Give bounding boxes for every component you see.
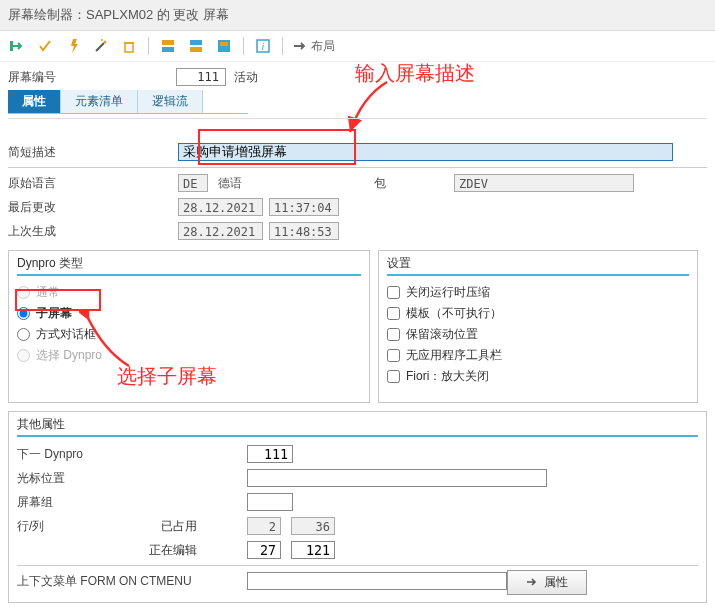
attributes-panel: 简短描述 原始语言 DE 德语 包 ZDEV 最后更改 28.12.2021 1… xyxy=(8,118,707,242)
separator xyxy=(282,37,283,55)
radio-dialog[interactable]: 方式对话框 xyxy=(17,324,361,345)
short-desc-label: 简短描述 xyxy=(8,144,178,161)
cursor-input[interactable] xyxy=(247,469,547,487)
svg-rect-6 xyxy=(162,47,174,52)
svg-rect-8 xyxy=(190,40,202,45)
screen-status: 活动 xyxy=(234,69,258,86)
tab-attributes[interactable]: 属性 xyxy=(8,90,61,113)
last-change-label: 最后更改 xyxy=(8,199,178,216)
group-row: Dynpro 类型 通常 子屏幕 方式对话框 选择 Dynpro 选择子屏幕 设… xyxy=(8,250,707,403)
tab-elements[interactable]: 元素清单 xyxy=(61,90,138,113)
activate-icon[interactable] xyxy=(64,37,82,55)
last-change-time: 11:37:04 xyxy=(269,198,339,216)
dynpro-type-title: Dynpro 类型 xyxy=(17,255,361,276)
last-gen-label: 上次生成 xyxy=(8,223,178,240)
last-gen-time: 11:48:53 xyxy=(269,222,339,240)
check-opt4[interactable]: 无应用程序工具栏 xyxy=(387,345,689,366)
tab-flow[interactable]: 逻辑流 xyxy=(138,90,203,113)
layout-label: 布局 xyxy=(311,38,335,55)
check-icon[interactable] xyxy=(36,37,54,55)
layout-button[interactable]: 布局 xyxy=(293,38,335,55)
check-opt1[interactable]: 关闭运行时压缩 xyxy=(387,282,689,303)
check-opt3[interactable]: 保留滚动位置 xyxy=(387,324,689,345)
group-input[interactable] xyxy=(247,493,293,511)
check-opt5[interactable]: Fiori：放大关闭 xyxy=(387,366,689,387)
separator xyxy=(148,37,149,55)
svg-rect-9 xyxy=(190,47,202,52)
settings-title: 设置 xyxy=(387,255,689,276)
group-label: 屏幕组 xyxy=(17,494,247,511)
radio-normal[interactable]: 通常 xyxy=(17,282,361,303)
package-value: ZDEV xyxy=(454,174,634,192)
annotation-desc: 输入屏幕描述 xyxy=(355,60,475,87)
other-title: 其他属性 xyxy=(17,416,698,437)
next-dynpro-input[interactable] xyxy=(247,445,293,463)
svg-rect-11 xyxy=(220,42,228,46)
svg-rect-0 xyxy=(10,41,13,51)
package-label: 包 xyxy=(374,175,454,192)
radio-subscreen[interactable]: 子屏幕 xyxy=(17,303,361,324)
svg-rect-7 xyxy=(162,40,174,45)
other-attributes-group: 其他属性 下一 Dynpro 光标位置 屏幕组 行/列 已占用 2 36 正在编… xyxy=(8,411,707,603)
tabs: 属性 元素清单 逻辑流 xyxy=(8,90,248,114)
editing-col-input[interactable] xyxy=(291,541,335,559)
last-gen-date: 28.12.2021 xyxy=(178,222,263,240)
occupied-row: 2 xyxy=(247,517,281,535)
properties-button[interactable]: 属性 xyxy=(507,570,587,595)
wand-icon[interactable] xyxy=(92,37,110,55)
svg-rect-4 xyxy=(125,43,133,52)
editing-label: 正在编辑 xyxy=(147,542,207,559)
stack3-icon[interactable] xyxy=(215,37,233,55)
last-change-date: 28.12.2021 xyxy=(178,198,263,216)
orig-lang-code: DE xyxy=(178,174,208,192)
svg-point-2 xyxy=(104,41,107,44)
check-opt2[interactable]: 模板（不可执行） xyxy=(387,303,689,324)
context-label: 上下文菜单 FORM ON CTMENU xyxy=(17,573,247,590)
window-title: 屏幕绘制器：SAPLXM02 的 更改 屏幕 xyxy=(0,0,715,31)
occupied-label: 已占用 xyxy=(147,518,207,535)
stack2-icon[interactable] xyxy=(187,37,205,55)
occupied-col: 36 xyxy=(291,517,335,535)
dynpro-type-group: Dynpro 类型 通常 子屏幕 方式对话框 选择 Dynpro 选择子屏幕 xyxy=(8,250,370,403)
arrow-icon[interactable] xyxy=(8,37,26,55)
next-dynpro-label: 下一 Dynpro xyxy=(17,446,247,463)
cursor-label: 光标位置 xyxy=(17,470,247,487)
rowcol-label: 行/列 xyxy=(17,518,147,535)
screen-number-value[interactable]: 111 xyxy=(176,68,226,86)
toolbar: i 布局 xyxy=(0,31,715,62)
delete-icon[interactable] xyxy=(120,37,138,55)
info-icon[interactable]: i xyxy=(254,37,272,55)
orig-lang-text: 德语 xyxy=(214,174,354,192)
stack1-icon[interactable] xyxy=(159,37,177,55)
svg-text:i: i xyxy=(262,41,265,52)
separator xyxy=(243,37,244,55)
svg-point-3 xyxy=(101,39,103,41)
short-desc-input[interactable] xyxy=(178,143,673,161)
svg-line-1 xyxy=(96,43,104,51)
screen-number-label: 屏幕编号 xyxy=(8,69,168,86)
editing-row-input[interactable] xyxy=(247,541,281,559)
radio-select[interactable]: 选择 Dynpro xyxy=(17,345,361,366)
screen-number-row: 屏幕编号 111 活动 输入屏幕描述 xyxy=(0,62,715,86)
arrow-right-icon xyxy=(526,577,538,587)
settings-group: 设置 关闭运行时压缩 模板（不可执行） 保留滚动位置 无应用程序工具栏 Fior… xyxy=(378,250,698,403)
context-input[interactable] xyxy=(247,572,507,590)
orig-lang-label: 原始语言 xyxy=(8,175,178,192)
